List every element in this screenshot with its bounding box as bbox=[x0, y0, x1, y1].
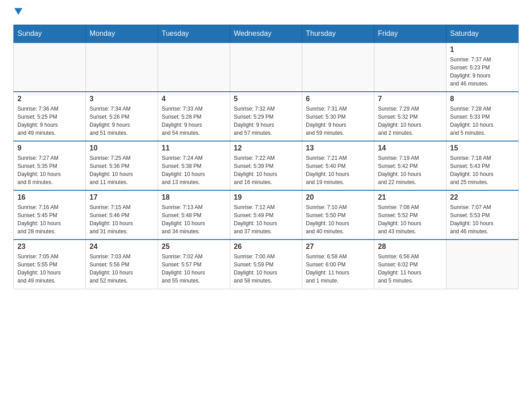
day-number: 6 bbox=[306, 95, 370, 103]
day-info: Sunrise: 7:05 AM Sunset: 5:55 PM Dayligh… bbox=[17, 253, 82, 285]
day-number: 18 bbox=[162, 193, 226, 201]
calendar-cell: 23Sunrise: 7:05 AM Sunset: 5:55 PM Dayli… bbox=[14, 240, 86, 289]
calendar-cell: 26Sunrise: 7:00 AM Sunset: 5:59 PM Dayli… bbox=[230, 240, 302, 289]
day-info: Sunrise: 7:24 AM Sunset: 5:38 PM Dayligh… bbox=[162, 154, 226, 186]
week-row-5: 23Sunrise: 7:05 AM Sunset: 5:55 PM Dayli… bbox=[14, 240, 519, 289]
logo-triangle-icon bbox=[14, 8, 22, 15]
day-number: 24 bbox=[90, 243, 154, 251]
day-number: 17 bbox=[90, 193, 154, 201]
day-info: Sunrise: 7:37 AM Sunset: 5:23 PM Dayligh… bbox=[450, 56, 515, 88]
day-info: Sunrise: 7:34 AM Sunset: 5:26 PM Dayligh… bbox=[90, 105, 154, 137]
day-info: Sunrise: 7:21 AM Sunset: 5:40 PM Dayligh… bbox=[306, 154, 370, 186]
week-row-3: 9Sunrise: 7:27 AM Sunset: 5:35 PM Daylig… bbox=[14, 141, 519, 190]
col-header-saturday: Saturday bbox=[446, 25, 519, 43]
day-number: 23 bbox=[17, 243, 82, 251]
day-info: Sunrise: 7:22 AM Sunset: 5:39 PM Dayligh… bbox=[234, 154, 298, 186]
day-info: Sunrise: 7:29 AM Sunset: 5:32 PM Dayligh… bbox=[378, 105, 442, 137]
calendar-cell: 22Sunrise: 7:07 AM Sunset: 5:53 PM Dayli… bbox=[446, 190, 519, 240]
day-info: Sunrise: 7:07 AM Sunset: 5:53 PM Dayligh… bbox=[450, 203, 515, 235]
calendar-cell: 7Sunrise: 7:29 AM Sunset: 5:32 PM Daylig… bbox=[374, 92, 446, 141]
col-header-thursday: Thursday bbox=[302, 25, 374, 43]
day-info: Sunrise: 7:12 AM Sunset: 5:49 PM Dayligh… bbox=[234, 203, 298, 235]
calendar-cell: 20Sunrise: 7:10 AM Sunset: 5:50 PM Dayli… bbox=[302, 190, 374, 240]
calendar-cell: 21Sunrise: 7:08 AM Sunset: 5:52 PM Dayli… bbox=[374, 190, 446, 240]
day-number: 19 bbox=[234, 193, 298, 201]
day-number: 4 bbox=[162, 95, 226, 103]
page-header bbox=[13, 9, 519, 16]
day-info: Sunrise: 7:19 AM Sunset: 5:42 PM Dayligh… bbox=[378, 154, 442, 186]
calendar-cell: 3Sunrise: 7:34 AM Sunset: 5:26 PM Daylig… bbox=[86, 92, 158, 141]
day-number: 3 bbox=[90, 95, 154, 103]
calendar-cell: 27Sunrise: 6:58 AM Sunset: 6:00 PM Dayli… bbox=[302, 240, 374, 289]
day-number: 5 bbox=[234, 95, 298, 103]
calendar-cell: 19Sunrise: 7:12 AM Sunset: 5:49 PM Dayli… bbox=[230, 190, 302, 240]
col-header-tuesday: Tuesday bbox=[158, 25, 230, 43]
calendar-cell: 13Sunrise: 7:21 AM Sunset: 5:40 PM Dayli… bbox=[302, 141, 374, 190]
col-header-friday: Friday bbox=[374, 25, 446, 43]
calendar-cell: 9Sunrise: 7:27 AM Sunset: 5:35 PM Daylig… bbox=[14, 141, 86, 190]
day-number: 1 bbox=[450, 46, 515, 54]
col-header-sunday: Sunday bbox=[14, 25, 86, 43]
calendar-cell: 28Sunrise: 6:56 AM Sunset: 6:02 PM Dayli… bbox=[374, 240, 446, 289]
day-number: 7 bbox=[378, 95, 442, 103]
calendar-cell bbox=[230, 43, 302, 92]
day-number: 22 bbox=[450, 193, 515, 201]
day-number: 10 bbox=[90, 144, 154, 152]
header-row: SundayMondayTuesdayWednesdayThursdayFrid… bbox=[14, 25, 519, 43]
day-info: Sunrise: 7:28 AM Sunset: 5:33 PM Dayligh… bbox=[450, 105, 515, 137]
day-number: 26 bbox=[234, 243, 298, 251]
calendar-cell: 14Sunrise: 7:19 AM Sunset: 5:42 PM Dayli… bbox=[374, 141, 446, 190]
calendar-cell: 4Sunrise: 7:33 AM Sunset: 5:28 PM Daylig… bbox=[158, 92, 230, 141]
week-row-1: 1Sunrise: 7:37 AM Sunset: 5:23 PM Daylig… bbox=[14, 43, 519, 92]
day-info: Sunrise: 6:56 AM Sunset: 6:02 PM Dayligh… bbox=[378, 253, 442, 285]
calendar-cell: 16Sunrise: 7:16 AM Sunset: 5:45 PM Dayli… bbox=[14, 190, 86, 240]
day-info: Sunrise: 7:15 AM Sunset: 5:46 PM Dayligh… bbox=[90, 203, 154, 235]
day-number: 16 bbox=[17, 193, 82, 201]
calendar-cell bbox=[374, 43, 446, 92]
calendar-cell: 2Sunrise: 7:36 AM Sunset: 5:25 PM Daylig… bbox=[14, 92, 86, 141]
calendar-cell bbox=[158, 43, 230, 92]
day-info: Sunrise: 7:08 AM Sunset: 5:52 PM Dayligh… bbox=[378, 203, 442, 235]
day-info: Sunrise: 7:31 AM Sunset: 5:30 PM Dayligh… bbox=[306, 105, 370, 137]
day-info: Sunrise: 7:32 AM Sunset: 5:29 PM Dayligh… bbox=[234, 105, 298, 137]
calendar-cell bbox=[302, 43, 374, 92]
day-info: Sunrise: 7:16 AM Sunset: 5:45 PM Dayligh… bbox=[17, 203, 82, 235]
calendar-table: SundayMondayTuesdayWednesdayThursdayFrid… bbox=[13, 25, 519, 289]
calendar-cell: 15Sunrise: 7:18 AM Sunset: 5:43 PM Dayli… bbox=[446, 141, 519, 190]
day-info: Sunrise: 6:58 AM Sunset: 6:00 PM Dayligh… bbox=[306, 253, 370, 285]
day-number: 28 bbox=[378, 243, 442, 251]
day-number: 21 bbox=[378, 193, 442, 201]
day-info: Sunrise: 7:13 AM Sunset: 5:48 PM Dayligh… bbox=[162, 203, 226, 235]
col-header-wednesday: Wednesday bbox=[230, 25, 302, 43]
day-info: Sunrise: 7:18 AM Sunset: 5:43 PM Dayligh… bbox=[450, 154, 515, 186]
day-number: 20 bbox=[306, 193, 370, 201]
calendar-cell: 25Sunrise: 7:02 AM Sunset: 5:57 PM Dayli… bbox=[158, 240, 230, 289]
day-info: Sunrise: 7:33 AM Sunset: 5:28 PM Dayligh… bbox=[162, 105, 226, 137]
day-info: Sunrise: 7:02 AM Sunset: 5:57 PM Dayligh… bbox=[162, 253, 226, 285]
calendar-cell: 8Sunrise: 7:28 AM Sunset: 5:33 PM Daylig… bbox=[446, 92, 519, 141]
week-row-4: 16Sunrise: 7:16 AM Sunset: 5:45 PM Dayli… bbox=[14, 190, 519, 240]
day-info: Sunrise: 7:03 AM Sunset: 5:56 PM Dayligh… bbox=[90, 253, 154, 285]
day-number: 12 bbox=[234, 144, 298, 152]
calendar-cell: 5Sunrise: 7:32 AM Sunset: 5:29 PM Daylig… bbox=[230, 92, 302, 141]
calendar-cell: 6Sunrise: 7:31 AM Sunset: 5:30 PM Daylig… bbox=[302, 92, 374, 141]
day-info: Sunrise: 7:36 AM Sunset: 5:25 PM Dayligh… bbox=[17, 105, 82, 137]
calendar-cell: 1Sunrise: 7:37 AM Sunset: 5:23 PM Daylig… bbox=[446, 43, 519, 92]
day-number: 15 bbox=[450, 144, 515, 152]
week-row-2: 2Sunrise: 7:36 AM Sunset: 5:25 PM Daylig… bbox=[14, 92, 519, 141]
day-number: 25 bbox=[162, 243, 226, 251]
day-number: 2 bbox=[17, 95, 82, 103]
day-info: Sunrise: 7:10 AM Sunset: 5:50 PM Dayligh… bbox=[306, 203, 370, 235]
calendar-cell bbox=[446, 240, 519, 289]
day-number: 13 bbox=[306, 144, 370, 152]
day-info: Sunrise: 7:00 AM Sunset: 5:59 PM Dayligh… bbox=[234, 253, 298, 285]
calendar-cell: 24Sunrise: 7:03 AM Sunset: 5:56 PM Dayli… bbox=[86, 240, 158, 289]
calendar-cell: 11Sunrise: 7:24 AM Sunset: 5:38 PM Dayli… bbox=[158, 141, 230, 190]
calendar-cell bbox=[14, 43, 86, 92]
day-number: 27 bbox=[306, 243, 370, 251]
day-info: Sunrise: 7:25 AM Sunset: 5:36 PM Dayligh… bbox=[90, 154, 154, 186]
day-number: 11 bbox=[162, 144, 226, 152]
day-info: Sunrise: 7:27 AM Sunset: 5:35 PM Dayligh… bbox=[17, 154, 82, 186]
calendar-cell bbox=[86, 43, 158, 92]
calendar-cell: 18Sunrise: 7:13 AM Sunset: 5:48 PM Dayli… bbox=[158, 190, 230, 240]
